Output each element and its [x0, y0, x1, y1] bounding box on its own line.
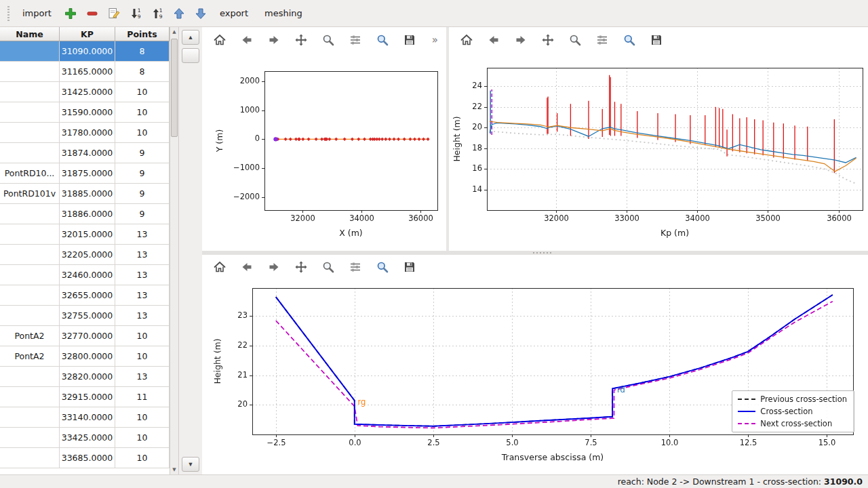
kp-cell[interactable]: 32800.0000 [60, 346, 115, 367]
kp-cell[interactable]: 31425.0000 [60, 82, 115, 102]
kp-cell[interactable]: 32915.0000 [60, 387, 115, 407]
pager-thumb[interactable] [182, 48, 199, 63]
points-cell[interactable]: 11 [115, 387, 170, 407]
back-button[interactable] [483, 30, 505, 50]
profile-canvas[interactable] [449, 53, 868, 251]
forward-button[interactable] [263, 30, 285, 50]
table-row[interactable]: 31886.00009 [0, 204, 170, 224]
name-cell[interactable] [0, 143, 60, 163]
home-button[interactable] [209, 257, 231, 277]
table-row[interactable]: PontA232800.000010 [0, 346, 170, 367]
pan-button[interactable] [290, 30, 312, 50]
kp-cell[interactable]: 31874.0000 [60, 143, 115, 163]
points-cell[interactable]: 10 [115, 123, 170, 143]
table-row[interactable]: PontA232770.000010 [0, 326, 170, 346]
points-cell[interactable]: 10 [115, 102, 170, 123]
points-cell[interactable]: 13 [115, 306, 170, 326]
name-cell[interactable] [0, 407, 60, 428]
name-cell[interactable] [0, 367, 60, 387]
column-header-name[interactable]: Name [0, 27, 60, 41]
kp-cell[interactable]: 33685.0000 [60, 448, 115, 468]
save-figure-button[interactable] [399, 257, 420, 277]
export-button[interactable]: export [213, 4, 255, 23]
kp-cell[interactable]: 31885.0000 [60, 184, 115, 204]
pan-button[interactable] [537, 30, 559, 50]
points-cell[interactable]: 13 [115, 265, 170, 285]
zoom-button[interactable] [564, 30, 586, 50]
kp-cell[interactable]: 32205.0000 [60, 245, 115, 265]
table-row[interactable]: 32460.000013 [0, 265, 170, 285]
name-cell[interactable] [0, 123, 60, 143]
points-cell[interactable]: 13 [115, 367, 170, 387]
name-cell[interactable]: PontRD101v [0, 184, 60, 204]
kp-cell[interactable]: 32015.0000 [60, 224, 115, 245]
back-button[interactable] [236, 30, 258, 50]
name-cell[interactable] [0, 428, 60, 448]
forward-button[interactable] [263, 257, 285, 277]
meshing-button[interactable]: meshing [258, 4, 309, 23]
remove-section-button[interactable] [83, 4, 102, 23]
kp-cell[interactable]: 33140.0000 [60, 407, 115, 428]
toolbar-overflow-button[interactable]: » [432, 34, 439, 46]
sort-descending-button[interactable]: 19 [126, 4, 145, 23]
edit-section-button[interactable] [104, 4, 123, 23]
name-cell[interactable]: PontRD10... [0, 163, 60, 184]
table-row[interactable]: 32205.000013 [0, 245, 170, 265]
scrollbar-up-arrow-icon[interactable]: ▲ [170, 27, 178, 37]
table-row[interactable]: 31165.00008 [0, 62, 170, 82]
points-cell[interactable]: 9 [115, 163, 170, 184]
splitter-handle[interactable] [533, 252, 553, 253]
name-cell[interactable] [0, 102, 60, 123]
kp-cell[interactable]: 31780.0000 [60, 123, 115, 143]
kp-cell[interactable]: 32755.0000 [60, 306, 115, 326]
forward-button[interactable] [510, 30, 532, 50]
table-row[interactable]: 33425.000010 [0, 428, 170, 448]
subplots-button[interactable] [591, 30, 613, 50]
points-cell[interactable]: 9 [115, 143, 170, 163]
zoom-button[interactable] [317, 257, 339, 277]
back-button[interactable] [236, 257, 258, 277]
name-cell[interactable] [0, 204, 60, 224]
customize-button[interactable] [372, 257, 393, 277]
save-figure-button[interactable] [399, 30, 420, 50]
table-row[interactable]: 31874.00009 [0, 143, 170, 163]
kp-cell[interactable]: 32770.0000 [60, 326, 115, 346]
name-cell[interactable] [0, 448, 60, 468]
points-cell[interactable]: 13 [115, 285, 170, 306]
points-cell[interactable]: 13 [115, 245, 170, 265]
name-cell[interactable]: PontA2 [0, 346, 60, 367]
kp-cell[interactable]: 32820.0000 [60, 367, 115, 387]
pager-down-button[interactable]: ▼ [182, 457, 199, 472]
kp-cell[interactable]: 33425.0000 [60, 428, 115, 448]
name-cell[interactable]: PontA2 [0, 326, 60, 346]
name-cell[interactable] [0, 82, 60, 102]
points-cell[interactable]: 8 [115, 62, 170, 82]
pager-up-button[interactable]: ▲ [182, 30, 199, 45]
move-up-button[interactable] [170, 4, 189, 23]
add-section-button[interactable] [61, 4, 80, 23]
table-row[interactable]: PontRD101v31885.00009 [0, 184, 170, 204]
points-cell[interactable]: 10 [115, 346, 170, 367]
kp-cell[interactable]: 31875.0000 [60, 163, 115, 184]
customize-button[interactable] [372, 30, 393, 50]
scrollbar-down-arrow-icon[interactable]: ▼ [170, 465, 178, 474]
subplots-button[interactable] [344, 257, 366, 277]
table-row[interactable]: 32915.000011 [0, 387, 170, 407]
table-scrollbar[interactable]: ▲ ▼ [170, 27, 179, 474]
kp-cell[interactable]: 31090.0000 [60, 41, 115, 62]
points-cell[interactable]: 10 [115, 448, 170, 468]
name-cell[interactable] [0, 41, 60, 62]
name-cell[interactable] [0, 62, 60, 82]
points-cell[interactable]: 9 [115, 204, 170, 224]
customize-button[interactable] [618, 30, 640, 50]
name-cell[interactable] [0, 306, 60, 326]
points-cell[interactable]: 10 [115, 407, 170, 428]
name-cell[interactable] [0, 265, 60, 285]
import-button[interactable]: import [16, 4, 58, 23]
plan-view-canvas[interactable] [202, 53, 446, 251]
kp-cell[interactable]: 31590.0000 [60, 102, 115, 123]
save-figure-button[interactable] [646, 30, 667, 50]
points-cell[interactable]: 8 [115, 41, 170, 62]
table-row[interactable]: 31590.000010 [0, 102, 170, 123]
name-cell[interactable] [0, 285, 60, 306]
